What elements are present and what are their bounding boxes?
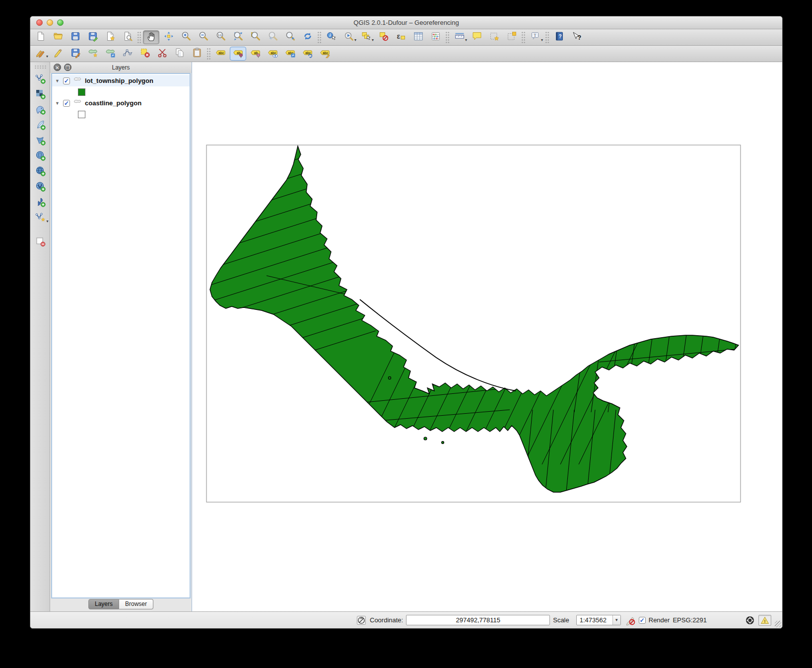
dock-tab-layers[interactable]: Layers xyxy=(88,599,119,609)
open-attribute-table-button[interactable] xyxy=(410,30,426,44)
paste-features-button[interactable] xyxy=(189,47,205,61)
layer-item-lot_township_polygon[interactable]: ▼✓lot_township_polygon xyxy=(52,75,190,86)
add-spatialite-layer-button[interactable] xyxy=(32,118,48,133)
map-canvas[interactable] xyxy=(192,62,782,611)
chevron-down-icon[interactable]: ▾ xyxy=(541,39,543,42)
select-features-button[interactable]: ▾ xyxy=(358,30,374,44)
add-vector-layer-button[interactable] xyxy=(32,72,48,87)
dock-tab-browser[interactable]: Browser xyxy=(119,599,153,609)
add-wfs-layer-button[interactable] xyxy=(32,179,48,195)
layer-symbol-swatch[interactable] xyxy=(78,88,85,96)
chevron-down-icon[interactable]: ▼ xyxy=(612,615,620,625)
current-edits-button[interactable]: ▾ xyxy=(32,47,49,61)
add-mssql-layer-button[interactable] xyxy=(32,133,48,148)
dock-close-icon[interactable]: ✕ xyxy=(54,64,61,71)
identify-features-button[interactable]: i xyxy=(323,30,339,44)
pin-labels-button[interactable]: ab xyxy=(230,47,246,61)
add-wcs-layer-button[interactable] xyxy=(32,164,48,179)
help-contents-button[interactable]: ? xyxy=(551,30,567,44)
deselect-features-button[interactable] xyxy=(375,30,392,44)
copy-features-button[interactable] xyxy=(171,47,188,61)
chevron-down-icon[interactable]: ▾ xyxy=(46,55,48,58)
measure-button[interactable]: ▾ xyxy=(451,30,468,44)
coordinate-input[interactable] xyxy=(406,615,550,625)
save-project-button[interactable] xyxy=(67,30,83,44)
current-edits-icon xyxy=(35,47,46,60)
svg-text:!: ! xyxy=(764,618,766,623)
chevron-down-icon[interactable]: ▾ xyxy=(46,219,48,223)
layer-item-coastline_polygon[interactable]: ▼✓coastline_polygon xyxy=(52,97,190,109)
change-label-button[interactable]: abc xyxy=(317,47,333,61)
layer-symbol-swatch[interactable] xyxy=(78,111,85,118)
zoom-next-icon xyxy=(285,31,296,44)
zoom-to-selection-button[interactable] xyxy=(247,30,264,44)
new-project-button[interactable] xyxy=(32,30,49,44)
open-project-button[interactable] xyxy=(50,30,66,44)
map-tips-button[interactable] xyxy=(469,30,485,44)
run-feature-action-button[interactable]: ▾ xyxy=(340,30,357,44)
zoom-window-button[interactable] xyxy=(57,19,64,26)
stop-rendering-icon[interactable] xyxy=(625,615,636,626)
render-checkbox[interactable]: ✓ xyxy=(639,617,646,624)
new-bookmark-button[interactable] xyxy=(486,30,502,44)
zoom-native-button[interactable]: 1:1 xyxy=(212,30,229,44)
new-print-composer-button[interactable] xyxy=(102,30,118,44)
move-feature-button[interactable] xyxy=(102,47,118,61)
delete-selected-button[interactable] xyxy=(136,47,153,61)
add-wms-layer-button[interactable] xyxy=(32,148,48,164)
log-messages-button[interactable]: ! xyxy=(758,615,771,626)
text-annotation-button[interactable]: T▾ xyxy=(527,30,543,44)
rotate-label-button[interactable]: abc xyxy=(299,47,316,61)
refresh-button[interactable] xyxy=(299,30,316,44)
expander-icon[interactable]: ▼ xyxy=(55,101,60,106)
zoom-native-icon: 1:1 xyxy=(215,31,226,44)
toggle-extents-icon[interactable] xyxy=(356,615,367,626)
save-layer-edits-button[interactable] xyxy=(67,47,83,61)
pan-to-selection-button[interactable] xyxy=(160,30,177,44)
whats-this-button[interactable]: ? xyxy=(568,30,585,44)
layer-name[interactable]: lot_township_polygon xyxy=(85,77,153,84)
add-postgis-layer-button[interactable] xyxy=(32,102,48,118)
composer-manager-icon xyxy=(122,31,133,44)
cut-features-button[interactable] xyxy=(154,47,170,61)
select-by-expression-button[interactable]: ε xyxy=(393,30,409,44)
new-shapefile-layer-button[interactable]: ▾ xyxy=(32,210,48,225)
toggle-editing-button[interactable] xyxy=(50,47,66,61)
dock-float-icon[interactable]: ❐ xyxy=(64,64,71,71)
layer-name[interactable]: coastline_polygon xyxy=(85,99,141,107)
zoom-next-button[interactable] xyxy=(282,30,298,44)
show-hide-labels-button[interactable]: abc xyxy=(265,47,281,61)
expander-icon[interactable]: ▼ xyxy=(55,78,60,83)
pan-map-button[interactable] xyxy=(143,30,159,44)
show-bookmarks-button[interactable] xyxy=(503,30,520,44)
toolbar-grip[interactable] xyxy=(34,65,46,70)
scale-combobox[interactable]: 1:473562 ▼ xyxy=(576,615,621,625)
minimize-window-button[interactable] xyxy=(47,19,53,26)
composer-manager-button[interactable] xyxy=(119,30,135,44)
chevron-down-icon[interactable]: ▾ xyxy=(354,39,356,42)
resize-grip[interactable] xyxy=(775,621,781,627)
chevron-down-icon[interactable]: ▾ xyxy=(372,39,374,42)
crs-status-icon[interactable] xyxy=(744,615,755,626)
layer-visibility-checkbox[interactable]: ✓ xyxy=(63,77,70,84)
node-tool-button[interactable] xyxy=(119,47,135,61)
move-label-button[interactable]: abc xyxy=(282,47,298,61)
labeling-button[interactable]: abc xyxy=(212,47,229,61)
remove-layer-button[interactable] xyxy=(32,234,48,250)
field-calculator-button[interactable] xyxy=(427,30,444,44)
pan-to-selection-icon xyxy=(163,31,174,44)
title-bar[interactable]: QGIS 2.0.1-Dufour – Georeferencing xyxy=(30,16,782,29)
add-feature-button[interactable] xyxy=(84,47,101,61)
layer-visibility-checkbox[interactable]: ✓ xyxy=(63,100,70,107)
zoom-full-button[interactable] xyxy=(230,30,246,44)
copy-features-icon xyxy=(174,47,185,60)
close-window-button[interactable] xyxy=(36,19,43,26)
chevron-down-icon[interactable]: ▾ xyxy=(465,39,467,42)
highlight-pinned-labels-button[interactable]: ab xyxy=(247,47,264,61)
add-raster-layer-button[interactable] xyxy=(32,87,48,102)
zoom-out-button[interactable] xyxy=(195,30,211,44)
save-project-as-button[interactable] xyxy=(84,30,101,44)
zoom-last-button[interactable] xyxy=(265,30,281,44)
add-delimited-text-layer-button[interactable] xyxy=(32,195,48,210)
zoom-in-button[interactable] xyxy=(178,30,194,44)
